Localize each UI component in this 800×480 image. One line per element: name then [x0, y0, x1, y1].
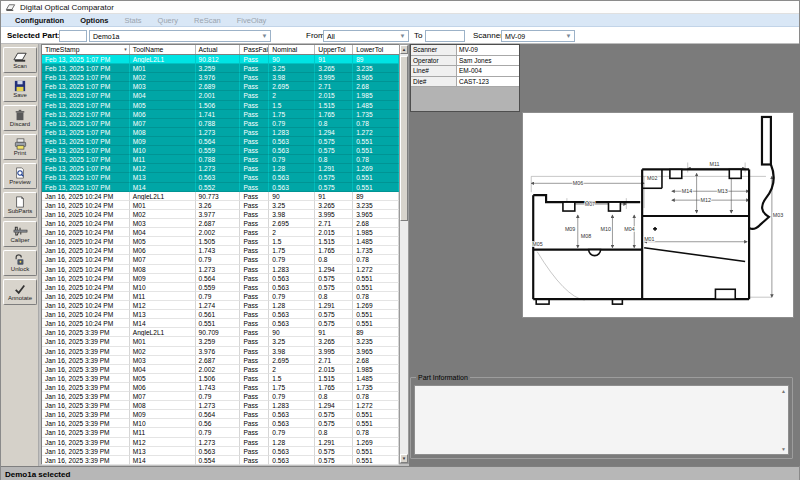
menu-item-fiveolay[interactable]: FiveOlay [229, 16, 275, 25]
table-cell: 90.773 [196, 192, 241, 201]
to-input[interactable] [425, 30, 465, 42]
table-row[interactable]: Jan 16, 2025 10:24 PMM013.26Pass3.253.26… [42, 201, 399, 210]
table-row[interactable]: Jan 16, 2025 3:39 PMM051.506Pass1.51.515… [42, 374, 399, 383]
table-cell: Pass [240, 155, 269, 164]
toolbar-button-label: Discard [10, 121, 30, 128]
table-row[interactable]: Jan 16, 2025 3:39 PMM032.687Pass2.6952.7… [42, 356, 399, 365]
table-row[interactable]: Jan 16, 2025 3:39 PMM090.564Pass0.5630.5… [42, 410, 399, 419]
chevron-down-icon[interactable]: ▼ [398, 32, 407, 40]
table-row[interactable]: Jan 16, 2025 10:24 PMM130.561Pass0.5630.… [42, 310, 399, 319]
table-row[interactable]: Feb 13, 2025 1:07 PMM023.976Pass3.983.99… [42, 73, 399, 82]
table-row[interactable]: Jan 16, 2025 10:24 PMM061.743Pass1.751.7… [42, 246, 399, 255]
column-header-passfail[interactable]: PassFail [240, 45, 269, 54]
table-row[interactable]: Feb 13, 2025 1:07 PMM110.788Pass0.790.80… [42, 155, 399, 164]
table-cell: 1.273 [196, 164, 241, 173]
table-row[interactable]: Jan 16, 2025 10:24 PMM090.564Pass0.5630.… [42, 274, 399, 283]
table-cell: 90.812 [196, 55, 241, 64]
subparts-icon [14, 195, 26, 208]
print-button[interactable]: Print [3, 134, 37, 160]
table-row[interactable]: Feb 13, 2025 1:07 PMM100.559Pass0.5630.5… [42, 146, 399, 155]
table-row[interactable]: Jan 16, 2025 3:39 PMAngleL2L190.709Pass9… [42, 328, 399, 337]
scroll-down-icon[interactable]: ▼ [400, 454, 408, 463]
scroll-up-icon[interactable]: ▲ [400, 45, 408, 54]
table-row[interactable]: Jan 16, 2025 3:39 PMM100.56Pass0.5630.57… [42, 419, 399, 428]
unlock-icon [14, 253, 26, 266]
from-combobox[interactable]: All ▼ [323, 30, 409, 42]
table-row[interactable]: Feb 13, 2025 1:07 PMM121.273Pass1.281.29… [42, 164, 399, 173]
chevron-down-icon[interactable]: ▼ [564, 32, 573, 40]
table-row[interactable]: Feb 13, 2025 1:07 PMM070.788Pass0.790.80… [42, 119, 399, 128]
column-header-toolname[interactable]: ToolName [130, 45, 196, 54]
part-search-input[interactable] [59, 30, 87, 42]
part-combobox[interactable]: Demo1a ▼ [89, 30, 271, 42]
menu-item-stats[interactable]: Stats [117, 16, 150, 25]
table-row[interactable]: Jan 16, 2025 3:39 PMM140.554Pass0.5630.5… [42, 456, 399, 465]
table-cell: 1.28 [269, 164, 315, 173]
table-cell: 0.575 [315, 456, 353, 465]
table-row[interactable]: Jan 16, 2025 3:39 PMM013.259Pass3.253.26… [42, 337, 399, 346]
subparts-button[interactable]: SubParts [3, 192, 37, 218]
table-row[interactable]: Jan 16, 2025 10:24 PMM032.687Pass2.6952.… [42, 219, 399, 228]
table-row[interactable]: Jan 16, 2025 10:24 PMM121.274Pass1.281.2… [42, 301, 399, 310]
table-row[interactable]: Jan 16, 2025 10:24 PMM140.551Pass0.5630.… [42, 319, 399, 328]
table-row[interactable]: Jan 16, 2025 10:24 PMM110.79Pass0.790.80… [42, 292, 399, 301]
table-row[interactable]: Jan 16, 2025 10:24 PMM070.79Pass0.790.80… [42, 255, 399, 264]
table-row[interactable]: Feb 13, 2025 1:07 PMM042.001Pass22.0151.… [42, 91, 399, 100]
table-row[interactable]: Feb 13, 2025 1:07 PMM090.564Pass0.5630.5… [42, 137, 399, 146]
table-row[interactable]: Feb 13, 2025 1:07 PMM081.273Pass1.2831.2… [42, 128, 399, 137]
table-cell: Feb 13, 2025 1:07 PM [42, 137, 130, 146]
unlock-button[interactable]: Unlock [3, 250, 37, 276]
table-cell: M07 [130, 255, 196, 264]
table-row[interactable]: Feb 13, 2025 1:07 PMM051.506Pass1.51.515… [42, 101, 399, 110]
column-header-timestamp[interactable]: TimeStamp▾ [42, 45, 130, 54]
dim-label-m05: M05 [532, 241, 542, 247]
table-row[interactable]: Jan 16, 2025 10:24 PMM051.505Pass1.51.51… [42, 237, 399, 246]
column-header-nominal[interactable]: Nominal [269, 45, 315, 54]
table-row[interactable]: Feb 13, 2025 1:07 PMM130.563Pass0.5630.5… [42, 173, 399, 182]
table-cell: 0.559 [196, 283, 241, 292]
table-cell: Pass [240, 164, 269, 173]
preview-button[interactable]: Preview [3, 163, 37, 189]
table-row[interactable]: Feb 13, 2025 1:07 PMAngleL2L190.812Pass9… [42, 55, 399, 64]
menu-item-configuration[interactable]: Configuration [7, 16, 72, 25]
table-cell: 91 [315, 192, 353, 201]
column-header-actual[interactable]: Actual [196, 45, 241, 54]
table-row[interactable]: Jan 16, 2025 3:39 PMM081.273Pass1.2831.2… [42, 401, 399, 410]
table-row[interactable]: Jan 16, 2025 10:24 PMM100.559Pass0.5630.… [42, 283, 399, 292]
table-row[interactable]: Feb 13, 2025 1:07 PMM061.741Pass1.751.76… [42, 110, 399, 119]
table-row[interactable]: Feb 13, 2025 1:07 PMM013.259Pass3.253.26… [42, 64, 399, 73]
menu-item-query[interactable]: Query [150, 16, 186, 25]
table-row[interactable]: Jan 16, 2025 10:24 PMM081.273Pass1.2831.… [42, 265, 399, 274]
table-row[interactable]: Jan 16, 2025 3:39 PMM061.743Pass1.751.76… [42, 383, 399, 392]
table-row[interactable]: Feb 13, 2025 1:07 PMM140.552Pass0.5630.5… [42, 183, 399, 192]
part-information-textarea[interactable]: ▲ ▼ [414, 385, 789, 455]
chevron-down-icon[interactable]: ▼ [260, 32, 269, 40]
scan-button[interactable]: Scan [3, 47, 37, 73]
discard-button[interactable]: Discard [3, 105, 37, 131]
scroll-down-icon[interactable]: ▼ [781, 446, 786, 452]
scrollbar-thumb[interactable] [400, 56, 408, 221]
menu-item-options[interactable]: Options [72, 16, 116, 25]
table-row[interactable]: Jan 16, 2025 10:24 PMM042.002Pass22.0151… [42, 228, 399, 237]
scanner-combobox[interactable]: MV-09 ▼ [501, 30, 575, 42]
table-row[interactable]: Jan 16, 2025 3:39 PMM042.002Pass22.0151.… [42, 365, 399, 374]
table-row[interactable]: Jan 16, 2025 10:24 PMAngleL2L190.773Pass… [42, 192, 399, 201]
table-row[interactable]: Jan 16, 2025 3:39 PMM023.976Pass3.983.99… [42, 347, 399, 356]
annotate-button[interactable]: Annotate [3, 279, 37, 305]
table-row[interactable]: Feb 13, 2025 1:07 PMM032.689Pass2.6952.7… [42, 82, 399, 91]
save-button[interactable]: Save [3, 76, 37, 102]
table-vertical-scrollbar[interactable]: ▲ ▼ [399, 44, 409, 464]
table-row[interactable]: Jan 16, 2025 3:39 PMM110.79Pass0.790.80.… [42, 428, 399, 437]
scroll-up-icon[interactable]: ▲ [781, 388, 786, 394]
column-header-lowertol[interactable]: LowerTol [353, 45, 399, 54]
table-row[interactable]: Jan 16, 2025 10:24 PMM023.977Pass3.983.9… [42, 210, 399, 219]
table-cell: M09 [130, 137, 196, 146]
table-cell: Pass [240, 101, 269, 110]
from-label: From [306, 31, 325, 40]
menu-item-rescan[interactable]: ReScan [186, 16, 229, 25]
table-row[interactable]: Jan 16, 2025 3:39 PMM130.563Pass0.5630.5… [42, 447, 399, 456]
caliper-button[interactable]: Caliper [3, 221, 37, 247]
table-row[interactable]: Jan 16, 2025 3:39 PMM121.273Pass1.281.29… [42, 438, 399, 447]
column-header-uppertol[interactable]: UpperTol [315, 45, 353, 54]
table-row[interactable]: Jan 16, 2025 3:39 PMM070.79Pass0.790.80.… [42, 392, 399, 401]
